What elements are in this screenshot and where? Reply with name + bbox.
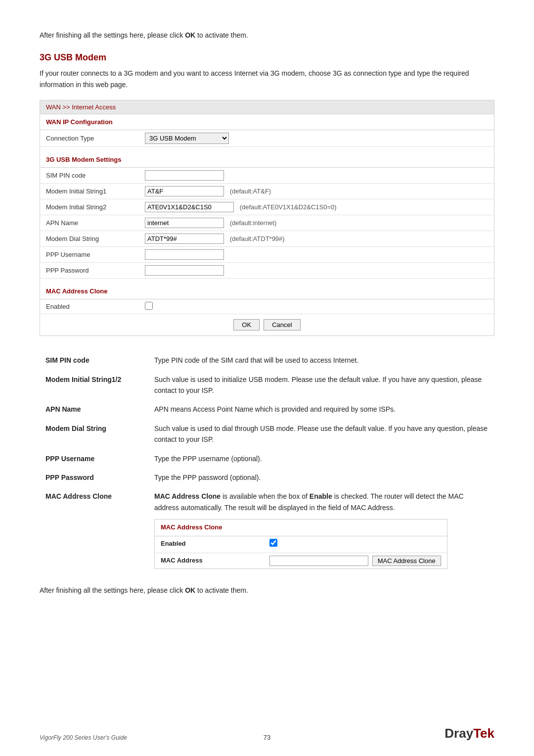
desc-mac-clone-bold-enable: Enable [310, 492, 332, 500]
form-buttons: OK Cancel [40, 314, 494, 335]
mac-clone-enabled-cell [264, 536, 447, 553]
usb-modem-settings-header: 3G USB Modem Settings [40, 152, 494, 168]
apn-name-hint: (default:internet) [230, 219, 277, 227]
ppp-password-row: PPP Password [40, 263, 494, 279]
footer-brand: DrayTek [445, 726, 494, 741]
modem-dial-hint: (default:ATDT*99#) [230, 235, 285, 242]
desc-ppp-password-term: PPP Password [40, 468, 148, 487]
section-title: 3G USB Modem [40, 52, 494, 63]
desc-apn-name-term: APN Name [40, 400, 148, 419]
desc-sim-pin: SIM PIN code Type PIN code of the SIM ca… [40, 351, 494, 370]
apn-name-input[interactable] [145, 218, 224, 228]
ppp-username-input[interactable] [145, 249, 224, 260]
intro-text-after-ok: to activate them. [195, 31, 248, 39]
mac-clone-subpanel-table: Enabled MAC Address MAC Address Clone [155, 536, 447, 569]
descriptions-section: SIM PIN code Type PIN code of the SIM ca… [40, 351, 494, 573]
cancel-button[interactable]: Cancel [264, 319, 300, 331]
desc-apn-name-desc: APN means Access Point Name which is pro… [148, 400, 494, 419]
connection-type-label: Connection Type [40, 130, 139, 147]
desc-ppp-username-desc: Type the PPP username (optional). [148, 449, 494, 468]
modem-string1-label: Modem Initial String1 [40, 184, 139, 199]
mac-clone-enabled-row: Enabled [155, 536, 447, 553]
apn-name-row: APN Name (default:internet) [40, 215, 494, 231]
brand-dray: Dray [445, 726, 473, 741]
apn-name-label: APN Name [40, 215, 139, 231]
desc-apn-name: APN Name APN means Access Point Name whi… [40, 400, 494, 419]
desc-ppp-username-term: PPP Username [40, 449, 148, 468]
descriptions-table: SIM PIN code Type PIN code of the SIM ca… [40, 351, 494, 573]
desc-modem-dial-desc: Such value is used to dial through USB m… [148, 419, 494, 449]
modem-string2-row: Modem Initial String2 (default:ATE0V1X1&… [40, 199, 494, 215]
modem-string1-input[interactable] [145, 186, 224, 196]
desc-modem-string-desc: Such value is used to initialize USB mod… [148, 370, 494, 400]
modem-dial-value-cell: (default:ATDT*99#) [139, 231, 494, 247]
mac-address-value-cell: MAC Address Clone [264, 553, 447, 568]
outro-text-after-ok: to activate them. [195, 586, 248, 594]
mac-address-clone-button[interactable]: MAC Address Clone [372, 556, 441, 566]
ok-button[interactable]: OK [233, 319, 260, 331]
wan-panel: WAN >> Internet Access WAN IP Configurat… [40, 100, 494, 336]
outro-paragraph: After finishing all the settings here, p… [40, 585, 494, 596]
desc-ppp-password: PPP Password Type the PPP password (opti… [40, 468, 494, 487]
mac-clone-enabled-checkbox[interactable] [269, 539, 277, 547]
ppp-username-label: PPP Username [40, 247, 139, 263]
desc-modem-dial-term: Modem Dial String [40, 419, 148, 449]
connection-type-select[interactable]: 3G USB Modem [145, 133, 229, 144]
mac-clone-subpanel-header: MAC Address Clone [155, 520, 447, 536]
modem-dial-input[interactable] [145, 234, 224, 244]
connection-type-row: Connection Type 3G USB Modem [40, 130, 494, 147]
desc-mac-clone: MAC Address Clone MAC Address Clone is a… [40, 487, 494, 573]
page-number: 73 [264, 734, 270, 741]
mac-clone-enabled-label: Enabled [155, 536, 264, 553]
sim-pin-input[interactable] [145, 170, 224, 181]
mac-enabled-cell [139, 299, 494, 314]
mac-enabled-label: Enabled [40, 299, 139, 314]
section-description: If your router connects to a 3G modem an… [40, 68, 494, 90]
modem-string2-hint: (default:ATE0V1X1&D2&C1S0=0) [240, 203, 337, 211]
mac-enabled-checkbox[interactable] [145, 302, 153, 310]
desc-sim-pin-term: SIM PIN code [40, 351, 148, 370]
mac-address-label: MAC Address [155, 553, 264, 568]
intro-text-before-ok: After finishing all the settings here, p… [40, 31, 185, 39]
desc-mac-clone-term: MAC Address Clone [40, 487, 148, 573]
intro-ok-word: OK [185, 31, 195, 39]
mac-clone-subpanel: MAC Address Clone Enabled MAC Address [154, 519, 447, 569]
modem-dial-row: Modem Dial String (default:ATDT*99#) [40, 231, 494, 247]
desc-ppp-username: PPP Username Type the PPP username (opti… [40, 449, 494, 468]
ppp-password-input[interactable] [145, 265, 224, 276]
mac-clone-header: MAC Address Clone [40, 284, 494, 299]
brand-tek: Tek [473, 726, 494, 741]
outro-ok-word: OK [185, 586, 195, 594]
ppp-password-value-cell [139, 263, 494, 279]
desc-modem-dial: Modem Dial String Such value is used to … [40, 419, 494, 449]
mac-clone-table: Enabled [40, 299, 494, 314]
modem-string2-label: Modem Initial String2 [40, 199, 139, 215]
mac-address-input[interactable] [269, 556, 368, 566]
intro-paragraph: After finishing all the settings here, p… [40, 30, 494, 41]
footer-guide: VigorFly 200 Series User's Guide [40, 734, 127, 741]
desc-ppp-password-desc: Type the PPP password (optional). [148, 468, 494, 487]
apn-name-value-cell: (default:internet) [139, 215, 494, 231]
mac-address-row: MAC Address MAC Address Clone [155, 553, 447, 568]
desc-mac-clone-middle: is available when the box of [221, 492, 310, 500]
modem-string2-input[interactable] [145, 202, 234, 212]
desc-mac-clone-text: MAC Address Clone is available when the … [154, 491, 489, 513]
desc-modem-string-term: Modem Initial String1/2 [40, 370, 148, 400]
modem-settings-table: SIM PIN code Modem Initial String1 (defa… [40, 168, 494, 279]
desc-modem-string: Modem Initial String1/2 Such value is us… [40, 370, 494, 400]
ppp-username-row: PPP Username [40, 247, 494, 263]
desc-sim-pin-desc: Type PIN code of the SIM card that will … [148, 351, 494, 370]
modem-string1-row: Modem Initial String1 (default:AT&F) [40, 184, 494, 199]
wan-breadcrumb: WAN >> Internet Access [40, 100, 494, 114]
modem-string2-value-cell: (default:ATE0V1X1&D2&C1S0=0) [139, 199, 494, 215]
outro-text-before-ok: After finishing all the settings here, p… [40, 586, 185, 594]
sim-pin-value-cell [139, 168, 494, 184]
mac-enabled-row: Enabled [40, 299, 494, 314]
modem-string1-value-cell: (default:AT&F) [139, 184, 494, 199]
sim-pin-label: SIM PIN code [40, 168, 139, 184]
modem-string1-hint: (default:AT&F) [230, 188, 271, 195]
desc-mac-clone-desc: MAC Address Clone is available when the … [148, 487, 494, 573]
ppp-password-label: PPP Password [40, 263, 139, 279]
modem-dial-label: Modem Dial String [40, 231, 139, 247]
connection-type-value-cell: 3G USB Modem [139, 130, 494, 147]
